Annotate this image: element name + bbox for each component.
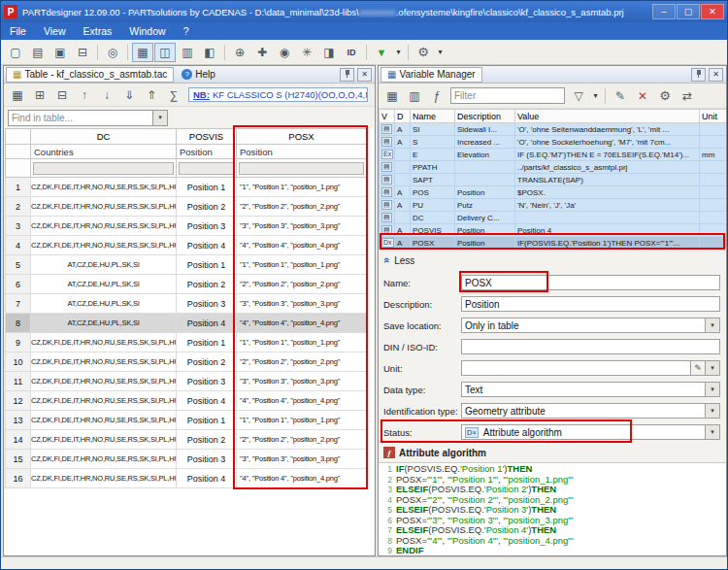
find-in-table-input[interactable] [8,110,153,126]
move-row-up-icon[interactable]: ↑ [74,85,95,104]
var-d-cell[interactable]: A [395,199,411,212]
var-unit-cell[interactable]: mm [700,149,727,161]
dc-cell[interactable]: CZ,DK,FI,DE,IT,HR,NO,RU,SE,RS,SK,SI,PL,H… [31,333,177,352]
vm-col-name[interactable]: Name [411,110,455,123]
posx-cell[interactable]: "2", "Position 2", "position_2.png" [237,275,367,294]
vm-settings-icon[interactable]: ⚙ [654,86,676,106]
var-unit-cell[interactable] [700,174,727,186]
chevron-down-icon[interactable]: ▾ [705,404,719,418]
status-select[interactable]: D× Attribute algorithm ▾ [461,424,720,440]
panel-close-icon[interactable]: ✕ [709,68,723,82]
table-row[interactable]: 9CZ,DK,FI,DE,IT,HR,NO,RU,SE,RS,SK,SI,PL,… [6,333,367,352]
var-unit-cell[interactable] [700,136,727,149]
var-value-cell[interactable]: 'O', 'ohne Sockelerhoehung', 'M7', 'mit … [515,136,700,149]
vm-col-value[interactable]: Value [515,110,700,123]
var-name-cell[interactable]: PPATH [411,161,455,174]
var-name-cell[interactable]: POSX [411,237,455,250]
posvis-cell[interactable]: Position 3 [177,450,237,469]
export-table-icon[interactable]: ⇑ [141,85,162,104]
var-v-cell[interactable]: ▤ [380,136,395,149]
table-row[interactable]: 12CZ,DK,FI,DE,IT,HR,NO,RU,SE,RS,SK,SI,PL… [6,391,367,411]
var-name-cell[interactable]: E [411,149,455,161]
minimize-button[interactable]: – [652,4,676,19]
posx-cell[interactable]: "2", "Position 2", "position_2.png" [237,197,367,217]
posx-cell[interactable]: "2", "Position 2", "position_2.png" [237,352,367,372]
dc-cell[interactable]: CZ,DK,FI,DE,IT,HR,NO,RU,SE,RS,SK,SI,PL,H… [31,178,177,197]
posvis-cell[interactable]: Position 3 [177,294,237,314]
variable-row[interactable]: ▤PPATH../parts/kf_classico_s_asmtpl.prj [380,161,727,174]
menu-extras[interactable]: Extras [75,23,121,39]
var-v-cell[interactable]: ▤ [380,212,395,224]
posvis-cell[interactable]: Position 2 [177,430,237,450]
pin-icon[interactable] [340,68,354,82]
column-filter-dc[interactable] [31,159,177,178]
dc-cell[interactable]: CZ,DK,FI,DE,IT,HR,NO,RU,SE,RS,SK,SI,PL,H… [31,469,177,488]
filter-funnel-icon[interactable]: ▽ [568,86,589,106]
filter-box[interactable] [239,162,364,175]
vm-col-d[interactable]: D [395,110,411,123]
dc-cell[interactable]: CZ,DK,FI,DE,IT,HR,NO,RU,SE,RS,SK,SI,PL,H… [31,217,177,236]
posvis-cell[interactable]: Position 1 [177,333,237,352]
chevron-down-icon[interactable]: ▾ [705,319,719,332]
var-v-cell[interactable]: ▤ [380,186,395,199]
var-desc-cell[interactable]: Position [455,237,515,250]
var-value-cell[interactable]: IF (S.EQ.'M7')THEN E = 70ELSEIF(S.EQ.'M1… [515,149,700,161]
description-input[interactable] [461,296,720,312]
row-number[interactable]: 16 [6,469,31,488]
table-row[interactable]: 5AT,CZ,DE,HU,PL,SK,SIPosition 1"1", "Pos… [6,255,367,275]
run-icon[interactable]: ▼ [371,43,392,62]
table-row[interactable]: 7AT,CZ,DE,HU,PL,SK,SIPosition 3"3", "Pos… [6,294,367,314]
variable-row[interactable]: ▤SAPTTRANSLATE(SAP) [380,174,727,186]
sum-icon[interactable]: ∑ [163,85,184,104]
tools-icon[interactable]: ✚ [251,43,273,62]
row-number[interactable]: 13 [6,411,31,430]
id-icon[interactable]: ID [341,43,362,62]
menu-help[interactable]: ? [175,23,198,39]
dc-cell[interactable]: CZ,DK,FI,DE,IT,HR,NO,RU,SE,RS,SK,SI,PL,H… [31,352,177,372]
chevron-down-icon[interactable]: ▾ [705,425,719,439]
filter-box[interactable] [33,162,174,175]
open-icon[interactable]: ▤ [27,43,49,62]
var-value-cell[interactable]: 'N', 'Nein', 'J', 'Ja' [515,199,700,212]
var-value-cell[interactable]: ../parts/kf_classico_s_asmtpl.prj [515,161,700,174]
variable-row[interactable]: DxAPOSXPositionIF(POSVIS.EQ.'Position 1'… [380,237,727,250]
row-number[interactable]: 1 [6,178,31,197]
formula-icon[interactable]: ƒ [426,86,447,106]
table-row[interactable]: 3CZ,DK,FI,DE,IT,HR,NO,RU,SE,RS,SK,SI,PL,… [6,217,367,236]
name-input[interactable] [461,275,720,290]
var-d-cell[interactable]: A [395,186,411,199]
posx-cell[interactable]: "1", "Position 1", "position_1.png" [237,178,367,197]
var-value-cell[interactable]: Position 4 [515,224,700,237]
row-number[interactable]: 10 [6,352,31,372]
dc-cell[interactable]: AT,CZ,DE,HU,PL,SK,SI [31,275,177,294]
table-view-icon[interactable]: ▦ [132,43,153,62]
print-icon[interactable]: ⊟ [72,43,93,62]
table-row[interactable]: 16CZ,DK,FI,DE,IT,HR,NO,RU,SE,RS,SK,SI,PL… [6,469,367,488]
variable-row[interactable]: ▤DCDelivery C... [380,212,727,224]
table-row[interactable]: 15CZ,DK,FI,DE,IT,HR,NO,RU,SE,RS,SK,SI,PL… [6,450,367,469]
var-unit-cell[interactable] [700,224,727,237]
delete-row-icon[interactable]: ⊟ [51,85,73,104]
column-header-dc[interactable]: DC [31,129,177,145]
link-icon[interactable]: ⊕ [229,43,250,62]
variable-row[interactable]: ExEElevationIF (S.EQ.'M7')THEN E = 70ELS… [380,149,727,161]
save-location-select[interactable]: Only in table ▾ [461,318,720,333]
edit-variable-icon[interactable]: ✎ [610,86,631,106]
posx-cell[interactable]: "3", "Position 3", "position_3.png" [237,372,367,391]
row-number[interactable]: 8 [6,314,31,333]
var-d-cell[interactable] [395,149,411,161]
din-input[interactable] [461,339,720,354]
var-unit-cell[interactable] [700,237,727,250]
var-v-cell[interactable]: ▤ [380,224,395,237]
posvis-cell[interactable]: Position 4 [177,314,237,333]
dc-cell[interactable]: CZ,DK,FI,DE,IT,HR,NO,RU,SE,RS,SK,SI,PL,H… [31,197,177,217]
add-row-icon[interactable]: ⊞ [29,85,50,104]
menu-view[interactable]: View [35,23,75,39]
unit-select[interactable]: ✎ ▾ [461,360,720,376]
var-name-cell[interactable]: S [411,136,455,149]
posvis-cell[interactable]: Position 1 [177,178,237,197]
var-value-cell[interactable]: 'O', 'ohne Seitenwanddaemmung', 'L', 'mi… [515,123,700,136]
var-d-cell[interactable] [395,161,411,174]
var-desc-cell[interactable]: Elevation [455,149,515,161]
identification-select[interactable]: Geometry attribute ▾ [461,403,720,419]
